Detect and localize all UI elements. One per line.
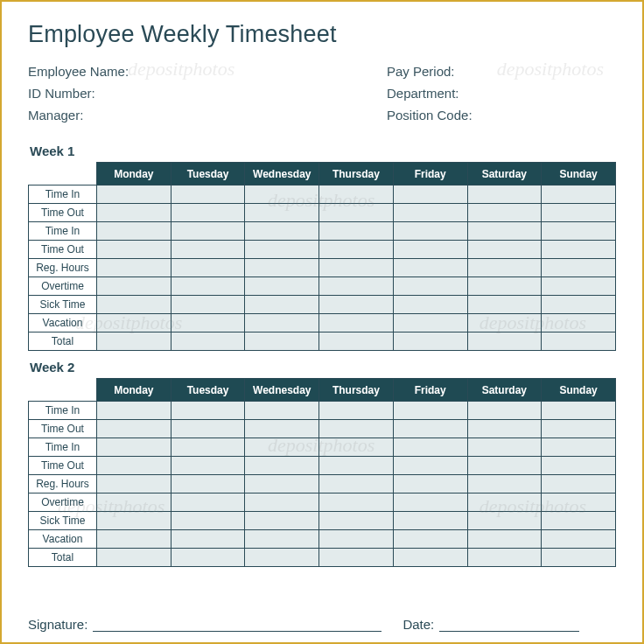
time-cell[interactable] bbox=[542, 222, 616, 241]
time-cell[interactable] bbox=[467, 475, 542, 494]
time-cell[interactable] bbox=[393, 438, 467, 457]
time-cell[interactable] bbox=[393, 259, 467, 277]
time-cell[interactable] bbox=[319, 186, 394, 204]
time-cell[interactable] bbox=[245, 314, 319, 332]
time-cell[interactable] bbox=[319, 222, 394, 241]
time-cell[interactable] bbox=[319, 314, 394, 332]
time-cell[interactable] bbox=[542, 512, 616, 530]
time-cell[interactable] bbox=[245, 186, 319, 204]
time-cell[interactable] bbox=[467, 438, 542, 457]
time-cell[interactable] bbox=[393, 475, 467, 494]
time-cell[interactable] bbox=[245, 296, 319, 314]
time-cell[interactable] bbox=[319, 530, 394, 549]
time-cell[interactable] bbox=[171, 222, 245, 241]
time-cell[interactable] bbox=[542, 332, 616, 351]
time-cell[interactable] bbox=[319, 296, 394, 314]
time-cell[interactable] bbox=[467, 512, 542, 530]
time-cell[interactable] bbox=[393, 186, 467, 204]
time-cell[interactable] bbox=[171, 475, 245, 494]
time-cell[interactable] bbox=[97, 512, 172, 530]
time-cell[interactable] bbox=[393, 314, 467, 332]
time-cell[interactable] bbox=[393, 332, 467, 351]
time-cell[interactable] bbox=[245, 420, 319, 438]
time-cell[interactable] bbox=[467, 222, 542, 241]
time-cell[interactable] bbox=[245, 512, 319, 530]
time-cell[interactable] bbox=[393, 512, 467, 530]
time-cell[interactable] bbox=[97, 186, 172, 204]
time-cell[interactable] bbox=[467, 457, 542, 475]
time-cell[interactable] bbox=[542, 296, 616, 314]
time-cell[interactable] bbox=[171, 296, 245, 314]
time-cell[interactable] bbox=[97, 420, 172, 438]
time-cell[interactable] bbox=[542, 475, 616, 494]
time-cell[interactable] bbox=[319, 241, 394, 259]
time-cell[interactable] bbox=[393, 530, 467, 549]
time-cell[interactable] bbox=[97, 296, 172, 314]
time-cell[interactable] bbox=[97, 549, 172, 567]
time-cell[interactable] bbox=[171, 277, 245, 296]
time-cell[interactable] bbox=[97, 438, 172, 457]
time-cell[interactable] bbox=[245, 332, 319, 351]
time-cell[interactable] bbox=[97, 277, 172, 296]
time-cell[interactable] bbox=[393, 204, 467, 222]
time-cell[interactable] bbox=[171, 530, 245, 549]
time-cell[interactable] bbox=[245, 277, 319, 296]
time-cell[interactable] bbox=[542, 402, 616, 420]
time-cell[interactable] bbox=[467, 549, 542, 567]
time-cell[interactable] bbox=[393, 222, 467, 241]
time-cell[interactable] bbox=[319, 204, 394, 222]
time-cell[interactable] bbox=[393, 277, 467, 296]
time-cell[interactable] bbox=[542, 277, 616, 296]
time-cell[interactable] bbox=[542, 494, 616, 512]
time-cell[interactable] bbox=[319, 494, 394, 512]
time-cell[interactable] bbox=[245, 549, 319, 567]
time-cell[interactable] bbox=[467, 402, 542, 420]
time-cell[interactable] bbox=[171, 512, 245, 530]
time-cell[interactable] bbox=[245, 222, 319, 241]
time-cell[interactable] bbox=[171, 549, 245, 567]
time-cell[interactable] bbox=[467, 332, 542, 351]
time-cell[interactable] bbox=[97, 222, 172, 241]
time-cell[interactable] bbox=[393, 402, 467, 420]
time-cell[interactable] bbox=[542, 549, 616, 567]
time-cell[interactable] bbox=[171, 332, 245, 351]
time-cell[interactable] bbox=[171, 204, 245, 222]
time-cell[interactable] bbox=[245, 259, 319, 277]
time-cell[interactable] bbox=[97, 475, 172, 494]
time-cell[interactable] bbox=[467, 314, 542, 332]
time-cell[interactable] bbox=[393, 457, 467, 475]
time-cell[interactable] bbox=[319, 549, 394, 567]
time-cell[interactable] bbox=[467, 186, 542, 204]
time-cell[interactable] bbox=[171, 402, 245, 420]
time-cell[interactable] bbox=[245, 475, 319, 494]
time-cell[interactable] bbox=[467, 277, 542, 296]
time-cell[interactable] bbox=[319, 402, 394, 420]
time-cell[interactable] bbox=[171, 420, 245, 438]
time-cell[interactable] bbox=[319, 512, 394, 530]
time-cell[interactable] bbox=[393, 420, 467, 438]
time-cell[interactable] bbox=[542, 204, 616, 222]
time-cell[interactable] bbox=[171, 438, 245, 457]
time-cell[interactable] bbox=[319, 259, 394, 277]
time-cell[interactable] bbox=[542, 241, 616, 259]
time-cell[interactable] bbox=[542, 259, 616, 277]
time-cell[interactable] bbox=[393, 241, 467, 259]
time-cell[interactable] bbox=[171, 186, 245, 204]
time-cell[interactable] bbox=[467, 296, 542, 314]
time-cell[interactable] bbox=[245, 204, 319, 222]
time-cell[interactable] bbox=[393, 494, 467, 512]
time-cell[interactable] bbox=[467, 259, 542, 277]
time-cell[interactable] bbox=[245, 438, 319, 457]
time-cell[interactable] bbox=[97, 259, 172, 277]
time-cell[interactable] bbox=[97, 332, 172, 351]
time-cell[interactable] bbox=[542, 314, 616, 332]
time-cell[interactable] bbox=[171, 457, 245, 475]
time-cell[interactable] bbox=[467, 420, 542, 438]
time-cell[interactable] bbox=[97, 530, 172, 549]
time-cell[interactable] bbox=[245, 494, 319, 512]
time-cell[interactable] bbox=[245, 402, 319, 420]
time-cell[interactable] bbox=[393, 296, 467, 314]
time-cell[interactable] bbox=[319, 277, 394, 296]
time-cell[interactable] bbox=[245, 241, 319, 259]
time-cell[interactable] bbox=[319, 457, 394, 475]
